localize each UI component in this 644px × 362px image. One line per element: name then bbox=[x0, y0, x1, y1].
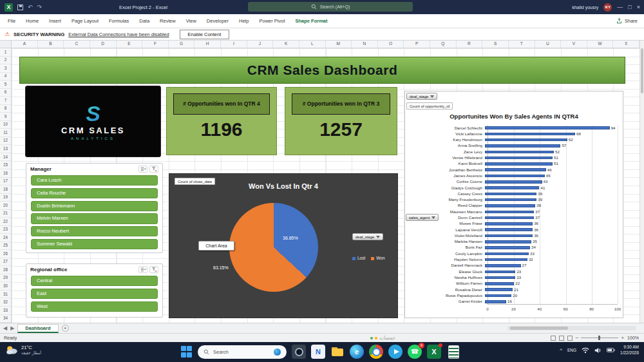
bar-value-field-button[interactable]: Count of opportunity_id bbox=[406, 102, 453, 110]
row-header-27[interactable]: 27 bbox=[0, 258, 11, 267]
bar[interactable] bbox=[485, 294, 511, 298]
edge-icon[interactable] bbox=[350, 345, 364, 359]
row-header-31[interactable]: 31 bbox=[0, 291, 11, 299]
excel-file-icon[interactable] bbox=[446, 345, 460, 359]
undo-icon[interactable]: ↶ bbox=[28, 5, 33, 10]
column-header-E[interactable]: E bbox=[117, 41, 143, 48]
column-header-G[interactable]: G bbox=[169, 41, 195, 48]
save-icon[interactable] bbox=[17, 5, 23, 10]
weather-widget[interactable]: 21°C أمطار خفيفة bbox=[5, 345, 41, 356]
normal-view-icon[interactable] bbox=[551, 336, 556, 341]
row-header-2[interactable]: 2 bbox=[0, 57, 11, 65]
bar[interactable] bbox=[485, 252, 529, 256]
enable-content-button[interactable]: Enable Content bbox=[180, 30, 230, 39]
column-header-M[interactable]: M bbox=[326, 41, 352, 48]
clear-filter-icon[interactable] bbox=[149, 166, 158, 173]
ribbon-tab-power-pivot[interactable]: Power Pivot bbox=[254, 15, 290, 27]
maximize-button[interactable]: □ bbox=[628, 5, 631, 10]
whatsapp-icon[interactable]: 9 bbox=[408, 345, 422, 359]
bar[interactable] bbox=[485, 126, 610, 129]
wifi-icon[interactable] bbox=[582, 347, 589, 354]
ribbon-tab-developer[interactable]: Developer bbox=[202, 15, 234, 27]
ribbon-tab-home[interactable]: Home bbox=[21, 15, 44, 27]
column-header-L[interactable]: L bbox=[299, 41, 326, 48]
bar[interactable] bbox=[485, 180, 542, 184]
close-button[interactable]: × bbox=[637, 5, 640, 10]
row-header-29[interactable]: 29 bbox=[0, 274, 11, 283]
avatar[interactable]: KY bbox=[603, 3, 612, 12]
excel-icon[interactable] bbox=[427, 345, 441, 359]
bar[interactable] bbox=[485, 240, 531, 243]
column-header-B[interactable]: B bbox=[38, 41, 64, 48]
column-header-R[interactable]: R bbox=[457, 41, 483, 48]
bar[interactable] bbox=[485, 151, 554, 154]
multi-select-icon[interactable] bbox=[138, 166, 147, 173]
row-header-6[interactable]: 6 bbox=[0, 89, 11, 97]
bar[interactable] bbox=[485, 228, 533, 231]
bar[interactable] bbox=[485, 175, 545, 178]
row-header-21[interactable]: 21 bbox=[0, 210, 11, 218]
zoom-out-icon[interactable]: − bbox=[576, 336, 579, 341]
slicer-item-dustin-brinkmann[interactable]: Dustin Brinkmann bbox=[31, 201, 158, 211]
zoom-control[interactable]: − + bbox=[576, 336, 624, 341]
bar[interactable] bbox=[485, 168, 546, 171]
vertical-scrollbar[interactable] bbox=[639, 41, 644, 323]
row-header-24[interactable]: 24 bbox=[0, 234, 11, 242]
column-header-T[interactable]: T bbox=[509, 41, 535, 48]
legend-item-lost[interactable]: Lost bbox=[352, 256, 365, 261]
volume-icon[interactable] bbox=[594, 347, 601, 354]
bar[interactable] bbox=[485, 204, 535, 207]
sheet-nav-right-icon[interactable]: ▶ bbox=[10, 326, 14, 331]
row-header-16[interactable]: 16 bbox=[0, 169, 11, 178]
sheet-nav-left-icon[interactable]: ◀ bbox=[3, 326, 7, 331]
row-header-26[interactable]: 26 bbox=[0, 250, 11, 258]
bar[interactable] bbox=[485, 271, 515, 274]
column-header-J[interactable]: J bbox=[247, 41, 274, 48]
row-header-10[interactable]: 10 bbox=[0, 121, 11, 129]
bar-filter-button[interactable]: deal_stage bbox=[406, 93, 437, 100]
row-header-4[interactable]: 4 bbox=[0, 73, 11, 81]
bar-axis-field-button[interactable]: sales_agent bbox=[406, 214, 439, 221]
share-button[interactable]: Share bbox=[616, 18, 638, 24]
slicer-item-cara-losch[interactable]: Cara Losch bbox=[31, 175, 158, 186]
horizontal-scrollbar[interactable] bbox=[507, 326, 636, 330]
bar[interactable] bbox=[485, 276, 515, 280]
row-header-32[interactable]: 32 bbox=[0, 298, 11, 307]
bar[interactable] bbox=[485, 216, 534, 220]
ribbon-tab-page-layout[interactable]: Page Layout bbox=[66, 15, 104, 27]
select-all-corner[interactable] bbox=[0, 41, 12, 48]
slicer-item-melvin-marxen[interactable]: Melvin Marxen bbox=[31, 213, 158, 224]
bar[interactable] bbox=[485, 246, 530, 249]
page-break-view-icon[interactable] bbox=[567, 336, 573, 341]
slicer-item-east[interactable]: East bbox=[31, 289, 158, 299]
row-header-28[interactable]: 28 bbox=[0, 266, 11, 274]
column-header-V[interactable]: V bbox=[561, 41, 587, 48]
row-header-25[interactable]: 25 bbox=[0, 242, 11, 251]
row-header-18[interactable]: 18 bbox=[0, 186, 11, 194]
start-button[interactable] bbox=[180, 346, 193, 358]
ribbon-tab-file[interactable]: File bbox=[3, 15, 21, 27]
tray-chevron-icon[interactable]: ^ bbox=[560, 348, 562, 353]
zoom-level[interactable]: 100% bbox=[627, 336, 639, 340]
row-header-20[interactable]: 20 bbox=[0, 202, 11, 210]
clock[interactable]: 9:30 AM 1/22/2026 bbox=[620, 345, 639, 356]
slicer-item-central[interactable]: Central bbox=[31, 276, 158, 286]
scrollbar-thumb[interactable] bbox=[510, 327, 568, 330]
column-header-K[interactable]: K bbox=[273, 41, 299, 48]
notepad-icon[interactable] bbox=[311, 345, 325, 359]
sheet-tab-dashboard[interactable]: Dashboard bbox=[17, 324, 58, 333]
column-header-Q[interactable]: Q bbox=[430, 41, 457, 48]
scrollbar-thumb[interactable] bbox=[641, 48, 643, 93]
titlebar-search-box[interactable]: Search (Alt+Q) bbox=[248, 2, 413, 12]
battery-icon[interactable] bbox=[607, 347, 615, 353]
zoom-slider[interactable] bbox=[581, 338, 618, 338]
excel-logo-icon[interactable]: X bbox=[5, 3, 13, 12]
row-header-8[interactable]: 8 bbox=[0, 105, 11, 113]
clear-filter-icon[interactable] bbox=[149, 266, 158, 273]
page-layout-view-icon[interactable] bbox=[559, 336, 564, 341]
taskbar-search[interactable]: Search bbox=[198, 345, 287, 359]
slicer-item-west[interactable]: West bbox=[31, 301, 158, 312]
row-header-11[interactable]: 11 bbox=[0, 129, 11, 137]
column-header-S[interactable]: S bbox=[482, 41, 509, 48]
bar[interactable] bbox=[485, 144, 560, 148]
